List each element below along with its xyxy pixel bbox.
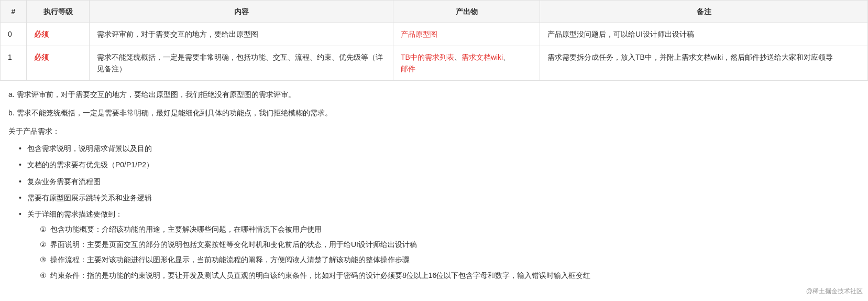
sub-list: 包含功能概要：介绍该功能的用途，主要解决哪些问题，在哪种情况下会被用户使用 界面… [27,223,860,282]
required-badge: 必须 [34,53,49,61]
row0-num: 0 [1,23,27,46]
header-level: 执行等级 [27,1,90,23]
row1-output: TB中的需求列表、需求文档wiki、邮件 [393,46,540,80]
row1-content: 需求不能笼统概括，一定是需要非常明确，包括功能、交互、流程、约束、优先级等（详见… [90,46,393,80]
output-link-email[interactable]: 邮件 [401,64,415,73]
note-b: b. 需求不能笼统概括，一定是需要非常明确，最好是能细化到具体的功能点，我们拒绝… [8,106,860,120]
note-a: a. 需求评审前，对于需要交互的地方，要给出原型图，我们拒绝没有原型图的需求评审… [8,88,860,101]
row0-level: 必须 [27,23,90,46]
main-container: # 执行等级 内容 产出物 备注 0 必须 需求评审前，对于需要交互的地方，要给… [0,0,868,282]
row1-note: 需求需要拆分成任务，放入TB中，并附上需求文档wiki，然后邮件抄送给大家和对应… [540,46,868,80]
bullet-list: 包含需求说明，说明需求背景以及目的 文档的的需求要有优先级（P0/P1/P2） … [8,142,860,282]
watermark: @稀土掘金技术社区 [806,287,863,287]
list-item: 包含需求说明，说明需求背景以及目的 [19,142,860,155]
header-content: 内容 [90,1,393,23]
output-link-wiki[interactable]: 需求文档wiki [462,53,503,61]
row0-note: 产品原型没问题后，可以给UI设计师出设计稿 [540,23,868,46]
list-item: 需要有原型图展示跳转关系和业务逻辑 [19,191,860,205]
requirements-table: # 执行等级 内容 产出物 备注 0 必须 需求评审前，对于需要交互的地方，要给… [0,0,868,81]
header-num: # [1,1,27,23]
sub-list-item: 包含功能概要：介绍该功能的用途，主要解决哪些问题，在哪种情况下会被用户使用 [40,223,860,236]
output-link-prototype[interactable]: 产品原型图 [401,30,437,38]
table-row: 1 必须 需求不能笼统概括，一定是需要非常明确，包括功能、交互、流程、约束、优先… [1,46,868,80]
row0-output: 产品原型图 [393,23,540,46]
output-link-tb[interactable]: TB中的需求列表 [401,53,454,61]
sub-list-item: 界面说明：主要是页面交互的部分的说明包括文案按钮等变化时机和变化前后的状态，用于… [40,238,860,251]
table-row: 0 必须 需求评审前，对于需要交互的地方，要给出原型图 产品原型图 产品原型没问… [1,23,868,46]
sub-list-item: 约束条件：指的是功能的约束说明，要让开发及测试人员直观的明白该约束条件，比如对于… [40,269,860,282]
header-output: 产出物 [393,1,540,23]
list-item: 文档的的需求要有优先级（P0/P1/P2） [19,158,860,171]
row0-content: 需求评审前，对于需要交互的地方，要给出原型图 [90,23,393,46]
row1-level: 必须 [27,46,90,80]
required-badge: 必须 [34,30,49,38]
list-item: 关于详细的需求描述要做到： 包含功能概要：介绍该功能的用途，主要解决哪些问题，在… [19,208,860,282]
notes-section: a. 需求评审前，对于需要交互的地方，要给出原型图，我们拒绝没有原型图的需求评审… [0,81,868,282]
row1-num: 1 [1,46,27,80]
product-req-title: 关于产品需求： [8,125,860,138]
header-note: 备注 [540,1,868,23]
sub-list-item: 操作流程：主要对该功能进行以图形化显示，当前功能流程的阐释，方便阅读人清楚了解该… [40,253,860,266]
list-item: 复杂业务需要有流程图 [19,175,860,188]
